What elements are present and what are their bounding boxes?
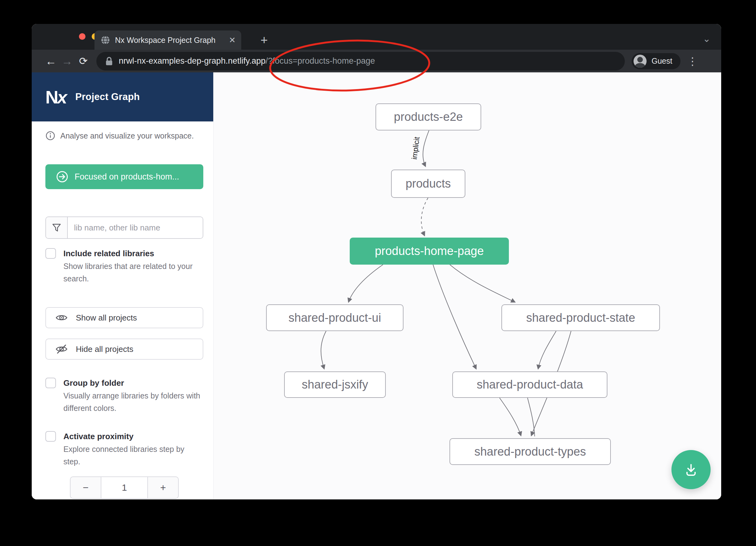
edge-data-types: [500, 398, 521, 436]
graph-canvas[interactable]: implicit products-e2e products products-…: [214, 72, 721, 499]
stepper-decrement-button[interactable]: −: [70, 476, 101, 499]
node-products-home-page[interactable]: products-home-page: [350, 238, 509, 265]
tagline-row: Analyse and visualize your workspace.: [45, 131, 213, 141]
download-image-button[interactable]: [671, 450, 711, 489]
stepper-value: 1: [101, 476, 148, 499]
edge-e2e-products: [423, 131, 429, 167]
tab-title: Nx Workspace Project Graph: [115, 36, 224, 45]
activate-proximity-description: Explore connected libraries step by step…: [63, 443, 200, 468]
download-icon: [683, 461, 699, 478]
activate-proximity-checkbox[interactable]: [45, 431, 56, 442]
node-shared-product-state[interactable]: shared-product-state: [501, 304, 660, 331]
arrow-right-circle-icon: [56, 171, 68, 183]
include-related-checkbox[interactable]: [45, 248, 56, 259]
edge-products-home: [421, 198, 428, 236]
group-by-folder-row: Group by folder Visually arrange librari…: [45, 377, 201, 414]
page-title: Project Graph: [75, 91, 140, 103]
close-window-button[interactable]: [79, 33, 85, 40]
edge-home-ui: [348, 265, 383, 302]
edge-state-data: [538, 331, 556, 369]
show-all-projects-label: Show all projects: [76, 313, 137, 323]
filter-box: [45, 217, 203, 239]
url-domain: nrwl-nx-examples-dep-graph.netlify.app: [119, 56, 265, 66]
node-products-e2e[interactable]: products-e2e: [376, 103, 481, 131]
funnel-icon: [52, 223, 61, 232]
focused-on-button[interactable]: Focused on products-hom...: [45, 164, 203, 189]
filter-icon-cell: [46, 217, 68, 238]
edge-ui-jsxify: [321, 331, 326, 369]
nx-logo: Nx: [45, 87, 66, 108]
url-bar[interactable]: nrwl-nx-examples-dep-graph.netlify.app/?…: [96, 52, 625, 71]
page-content: Nx Project Graph Analyse and visualize y…: [32, 72, 721, 499]
url-path: /?focus=products-home-page: [265, 56, 375, 66]
browser-window: Nx Workspace Project Graph ✕ + ⌄ ← → ⟳ n…: [32, 24, 721, 499]
tab-strip: Nx Workspace Project Graph ✕ + ⌄: [32, 24, 721, 50]
node-shared-product-data[interactable]: shared-product-data: [452, 371, 607, 398]
tagline-text: Analyse and visualize your workspace.: [60, 131, 194, 140]
new-tab-button[interactable]: +: [260, 33, 268, 48]
include-related-description: Show libraries that are related to your …: [63, 260, 200, 285]
group-by-folder-description: Visually arrange libraries by folders wi…: [63, 389, 200, 414]
node-shared-jsxify[interactable]: shared-jsxify: [284, 371, 386, 398]
sidebar-header: Nx Project Graph: [32, 72, 213, 122]
eye-off-icon: [55, 344, 68, 354]
globe-icon: [101, 35, 110, 45]
browser-toolbar: ← → ⟳ nrwl-nx-examples-dep-graph.netlify…: [32, 50, 721, 72]
tab-close-icon[interactable]: ✕: [229, 35, 236, 45]
stepper-increment-button[interactable]: +: [148, 476, 179, 499]
hide-all-projects-button[interactable]: Hide all projects: [45, 338, 203, 360]
forward-button[interactable]: →: [59, 55, 75, 68]
focused-on-label: Focused on products-hom...: [75, 172, 179, 182]
eye-icon: [55, 313, 68, 322]
info-icon: [45, 131, 55, 141]
node-shared-product-types[interactable]: shared-product-types: [449, 438, 611, 465]
graph-edges: [214, 72, 721, 499]
tab-search-chevron-icon[interactable]: ⌄: [703, 33, 711, 44]
sidebar: Nx Project Graph Analyse and visualize y…: [32, 72, 214, 499]
hide-all-projects-label: Hide all projects: [76, 344, 133, 354]
avatar: [634, 55, 647, 68]
reload-button[interactable]: ⟳: [75, 55, 91, 67]
group-by-folder-label: Group by folder: [63, 377, 200, 389]
activate-proximity-label: Activate proximity: [63, 430, 200, 442]
edge-home-data: [433, 265, 476, 369]
show-all-projects-button[interactable]: Show all projects: [45, 307, 203, 328]
node-shared-product-ui[interactable]: shared-product-ui: [266, 304, 403, 331]
url-text: nrwl-nx-examples-dep-graph.netlify.app/?…: [119, 56, 375, 66]
browser-menu-button[interactable]: ⋮: [687, 55, 698, 67]
browser-tab[interactable]: Nx Workspace Project Graph ✕: [95, 30, 241, 50]
group-by-folder-checkbox[interactable]: [45, 378, 56, 388]
profile-button[interactable]: Guest: [632, 53, 680, 69]
profile-label: Guest: [652, 57, 672, 66]
include-related-row: Include related libraries Show libraries…: [45, 248, 201, 285]
filter-input[interactable]: [68, 217, 203, 238]
lock-icon: [105, 57, 113, 66]
activate-proximity-row: Activate proximity Explore connected lib…: [45, 430, 201, 468]
include-related-label: Include related libraries: [63, 248, 200, 259]
node-products[interactable]: products: [391, 170, 465, 198]
back-button[interactable]: ←: [43, 55, 59, 68]
proximity-stepper: − 1 +: [70, 476, 179, 499]
edge-home-state: [450, 265, 515, 302]
